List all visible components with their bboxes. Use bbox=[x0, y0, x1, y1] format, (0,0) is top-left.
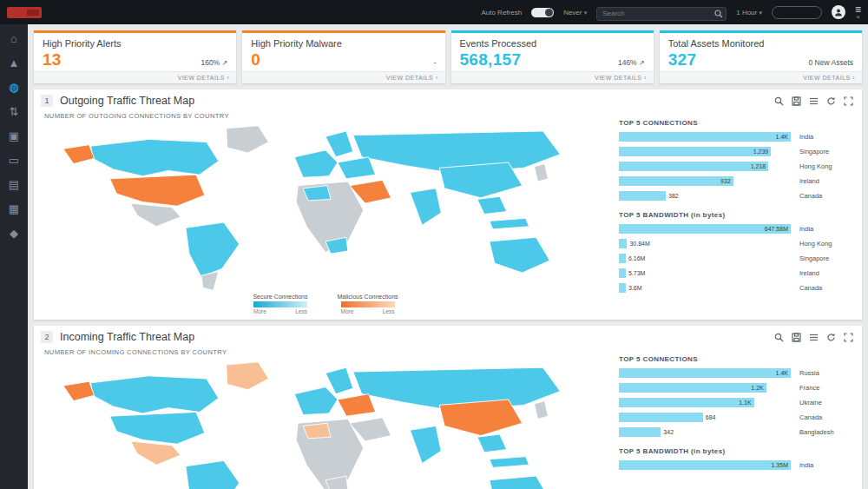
bar-country-label: Bangladesh bbox=[791, 428, 834, 436]
menu-list-icon[interactable] bbox=[809, 333, 819, 342]
bar-row[interactable]: 647.58MIndia bbox=[619, 224, 853, 234]
view-details-link[interactable]: VIEW DETAILS › bbox=[242, 71, 444, 83]
card-value: 568,157 bbox=[460, 50, 522, 69]
sidebar-item-reports[interactable]: ▤ bbox=[0, 179, 28, 190]
time-range-dropdown[interactable]: 1 Hour ▾ bbox=[736, 9, 762, 17]
map-region-canada bbox=[91, 376, 219, 413]
bar-value: 1,239 bbox=[753, 149, 772, 155]
sidebar-item-inventory[interactable]: ▣ bbox=[0, 130, 28, 142]
panel-incoming-threat-map: 2 Incoming Traffic Threat Map NUMBER OF … bbox=[34, 326, 862, 489]
top-connections-chart: 1.4KIndia1,239Singapore1,218Hong Kong932… bbox=[619, 132, 853, 201]
bar-row[interactable]: 3.6MCanada bbox=[619, 283, 853, 293]
card-title: High Priority Alerts bbox=[43, 38, 227, 49]
sidebar-nav: ⌂▲◍⇅▣▭▤▦◆ bbox=[0, 24, 28, 489]
bar-row[interactable]: 6.16MSingapore bbox=[619, 254, 853, 263]
map-region-mexico bbox=[130, 203, 181, 227]
panel-title: Incoming Traffic Threat Map bbox=[60, 331, 194, 343]
map-region-scandinavia bbox=[326, 131, 353, 157]
fullscreen-icon[interactable] bbox=[844, 96, 853, 106]
bar-row[interactable]: 1.4KRussia bbox=[619, 368, 853, 378]
hamburger-menu[interactable]: ≡ × bbox=[855, 4, 861, 21]
refresh-interval-dropdown[interactable]: Never ▾ bbox=[563, 9, 587, 17]
refresh-interval-value: Never bbox=[563, 9, 582, 17]
bar-row[interactable]: 342Bangladesh bbox=[619, 427, 853, 437]
save-icon[interactable] bbox=[792, 96, 801, 106]
bar-row[interactable]: 5.73MIreland bbox=[619, 268, 853, 278]
app-logo[interactable] bbox=[7, 7, 42, 18]
bar-row[interactable]: 1.2KFrance bbox=[619, 383, 853, 393]
map-region-scandinavia bbox=[326, 367, 353, 393]
incoming-world-map[interactable] bbox=[41, 358, 610, 489]
bar-row[interactable]: 1.35MIndia bbox=[619, 460, 853, 470]
map-region-brazil bbox=[186, 460, 240, 489]
panel-title: Outgoing Traffic Threat Map bbox=[60, 95, 194, 107]
view-details-link[interactable]: VIEW DETAILS › bbox=[34, 71, 236, 83]
view-details-link[interactable]: VIEW DETAILS › bbox=[660, 71, 862, 83]
bar-country-label: India bbox=[791, 461, 813, 469]
refresh-icon[interactable] bbox=[826, 96, 836, 106]
user-avatar[interactable] bbox=[832, 5, 845, 19]
topbar: Auto Refresh Never ▾ 1 Hour ▾ ≡ × bbox=[0, 0, 868, 24]
search-icon[interactable] bbox=[714, 6, 723, 22]
top-connections-chart: 1.4KRussia1.2KFrance1.1KUkraine684Canada… bbox=[619, 368, 853, 437]
sidebar-item-alerts[interactable]: ▲ bbox=[0, 57, 28, 69]
bar-country-label: Hong Kong bbox=[791, 240, 832, 248]
bar-row[interactable]: 1,239Singapore bbox=[619, 147, 853, 156]
sidebar-item-traffic[interactable]: ⇅ bbox=[0, 106, 28, 117]
bar-country-label: Ireland bbox=[791, 269, 819, 277]
time-range-value: 1 Hour bbox=[736, 9, 757, 17]
fullscreen-icon[interactable] bbox=[844, 333, 853, 342]
sidebar-item-storage[interactable]: ▦ bbox=[0, 203, 28, 215]
map-region-japan bbox=[535, 164, 549, 182]
topbar-pill-button[interactable] bbox=[772, 6, 822, 19]
trend-up-icon: ↗ bbox=[639, 59, 645, 67]
map-region-united-states bbox=[110, 412, 205, 444]
zoom-icon[interactable] bbox=[774, 96, 784, 106]
map-region-united-states bbox=[110, 175, 205, 206]
sidebar-item-threat-map[interactable]: ◍ bbox=[0, 82, 28, 93]
sidebar-item-tags[interactable]: ◆ bbox=[0, 228, 28, 239]
map-region-india bbox=[410, 188, 441, 225]
map-region-china bbox=[439, 162, 522, 198]
bar-row[interactable]: 30.84MHong Kong bbox=[619, 239, 853, 248]
card-title: Total Assets Monitored bbox=[668, 38, 853, 49]
bar-row[interactable]: 382Canada bbox=[619, 191, 853, 201]
panel-index-badge: 2 bbox=[41, 331, 53, 343]
bar-country-label: Singapore bbox=[791, 148, 829, 155]
bar-value: 6.16M bbox=[628, 255, 645, 261]
bar-row[interactable]: 1.4KIndia bbox=[619, 132, 853, 142]
bar-value: 1.35M bbox=[772, 462, 791, 468]
card-value: 0 bbox=[251, 50, 260, 69]
card-trend: - bbox=[434, 58, 437, 69]
person-icon bbox=[834, 8, 843, 17]
view-details-link[interactable]: VIEW DETAILS › bbox=[451, 71, 654, 83]
card-title: Events Processed bbox=[460, 38, 645, 49]
card-value: 13 bbox=[43, 50, 62, 69]
bar-row[interactable]: 684Canada bbox=[619, 413, 853, 422]
map-region-indonesia bbox=[490, 457, 529, 468]
save-icon[interactable] bbox=[792, 333, 801, 342]
bar-row[interactable]: 1,218Hong Kong bbox=[619, 162, 853, 171]
outgoing-world-map[interactable] bbox=[41, 122, 610, 292]
bar-value: 1.1K bbox=[739, 400, 753, 406]
card-trend: 146% ↗ bbox=[618, 58, 645, 69]
zoom-icon[interactable] bbox=[774, 333, 784, 342]
top-bandwidth-chart: 1.35MIndia bbox=[619, 460, 853, 470]
refresh-icon[interactable] bbox=[826, 333, 836, 342]
map-region-eastern-europe bbox=[338, 157, 376, 179]
bar-row[interactable]: 1.1KUkraine bbox=[619, 398, 853, 407]
map-region-eastern-europe bbox=[338, 394, 376, 417]
card-trend: 160% ↗ bbox=[201, 58, 227, 69]
search-input[interactable] bbox=[596, 7, 727, 21]
bar-value: 1.2K bbox=[751, 385, 766, 391]
menu-list-icon[interactable] bbox=[809, 96, 819, 106]
bar-row[interactable]: 932Ireland bbox=[619, 176, 853, 186]
auto-refresh-toggle[interactable] bbox=[531, 8, 554, 17]
bar-value: 1.4K bbox=[776, 370, 791, 376]
bar-value: 3.6M bbox=[628, 285, 642, 291]
sidebar-item-devices[interactable]: ▭ bbox=[0, 155, 28, 166]
map-region-australia bbox=[490, 476, 550, 489]
close-icon: × bbox=[856, 14, 860, 21]
map-region-australia bbox=[490, 237, 550, 273]
sidebar-item-home[interactable]: ⌂ bbox=[0, 33, 28, 44]
